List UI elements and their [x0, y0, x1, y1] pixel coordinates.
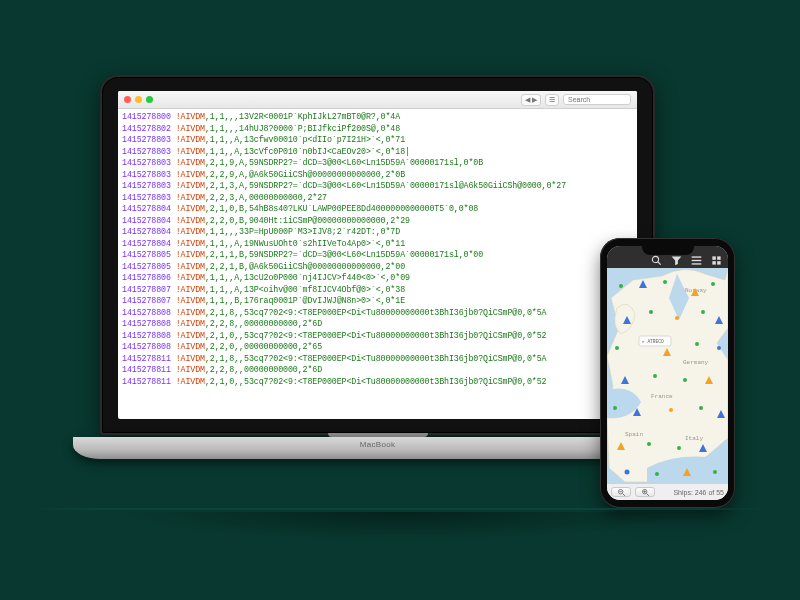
- timestamp: 1415278807: [122, 284, 171, 296]
- list-icon[interactable]: [690, 254, 702, 266]
- editor-line: 1415278811 !AIVDM,2,2,8,,00000000000,2*6…: [122, 364, 633, 376]
- nmea-body: ,1,1,,A,13cVfc0P010`n0bIJ<CaEOv20>`<,0*1…: [205, 146, 410, 158]
- svg-point-33: [699, 406, 703, 410]
- editor-content[interactable]: 1415278800 !AIVDM,1,1,,,13V2R<0001P`KphI…: [118, 109, 637, 419]
- svg-rect-4: [691, 263, 701, 264]
- nmea-body: ,1,1,,,13V2R<0001P`KphIJkL27mBT0@R?,0*4A: [205, 111, 400, 123]
- nmea-body: ,2,1,8,,53cq7?02<9:<T8EP000EP<Di<Tu80000…: [205, 307, 547, 319]
- nmea-tag: !AIVDM: [176, 249, 205, 261]
- nmea-body: ,1,1,,A,13cfwv00010`p<dIIo`p7I21H>`<,0*7…: [205, 134, 405, 146]
- svg-point-39: [625, 470, 630, 475]
- zoom-in-button[interactable]: [635, 487, 655, 497]
- phone-notch: [642, 246, 694, 255]
- nmea-body: ,1,1,,B,176raq0001P`@DvIJWJ@N8n>0>`<,0*1…: [205, 295, 405, 307]
- svg-point-28: [683, 378, 687, 382]
- nmea-body: ,1,1,,A,13cU2o0P000`nj4IJCV>f440<0>`<,0*…: [205, 272, 410, 284]
- nmea-tag: !AIVDM: [176, 226, 205, 238]
- country-label: France: [651, 393, 673, 400]
- svg-point-27: [653, 374, 657, 378]
- nmea-tag: !AIVDM: [176, 123, 205, 135]
- filter-icon[interactable]: [670, 254, 682, 266]
- editor-line: 1415278803 !AIVDM,1,1,,A,13cfwv00010`p<d…: [122, 134, 633, 146]
- zoom-out-button[interactable]: [611, 487, 631, 497]
- nmea-tag: !AIVDM: [176, 376, 205, 388]
- laptop-bezel: ◀ ▶ ☰ 1415278800 !AIVDM,1,1,,,13V2R<0001…: [100, 75, 655, 435]
- timestamp: 1415278808: [122, 318, 171, 330]
- laptop-mockup: ◀ ▶ ☰ 1415278800 !AIVDM,1,1,,,13V2R<0001…: [100, 75, 655, 512]
- editor-line: 1415278811 !AIVDM,2,1,0,,53cq7?02<9:<T8E…: [122, 376, 633, 388]
- svg-point-16: [649, 310, 653, 314]
- shelf-shadow: [120, 512, 680, 540]
- editor-line: 1415278800 !AIVDM,1,1,,,13V2R<0001P`KphI…: [122, 111, 633, 123]
- nav-buttons[interactable]: ◀ ▶: [521, 94, 541, 106]
- timestamp: 1415278811: [122, 364, 171, 376]
- window-minimize-button[interactable]: [135, 96, 142, 103]
- timestamp: 1415278808: [122, 307, 171, 319]
- svg-point-37: [677, 446, 681, 450]
- timestamp: 1415278803: [122, 146, 171, 158]
- svg-line-45: [622, 493, 624, 495]
- layers-button[interactable]: ☰: [545, 94, 559, 106]
- svg-point-0: [652, 256, 658, 262]
- editor-line: 1415278803 !AIVDM,2,2,3,A,00000000000,2*…: [122, 192, 633, 204]
- nmea-tag: !AIVDM: [176, 330, 205, 342]
- nmea-tag: !AIVDM: [176, 353, 205, 365]
- country-label: Spain: [625, 431, 643, 438]
- svg-rect-8: [717, 261, 720, 264]
- search-icon[interactable]: [650, 254, 662, 266]
- nmea-tag: !AIVDM: [176, 111, 205, 123]
- nmea-body: ,2,2,1,B,@A6k50GiiCSh@00000000000000,2*0…: [205, 261, 405, 273]
- map-view[interactable]: Norway Spain France Germany Italy: [607, 268, 728, 484]
- nmea-tag: !AIVDM: [176, 238, 205, 250]
- nmea-body: ,2,2,9,A,@A6k50GiiCSh@00000000000000,2*0…: [205, 169, 405, 181]
- window-zoom-button[interactable]: [146, 96, 153, 103]
- timestamp: 1415278806: [122, 272, 171, 284]
- timestamp: 1415278804: [122, 215, 171, 227]
- timestamp: 1415278805: [122, 249, 171, 261]
- window-close-button[interactable]: [124, 96, 131, 103]
- timestamp: 1415278808: [122, 341, 171, 353]
- nmea-body: ,2,1,8,,53cq7?02<9:<T8EP000EP<Di<Tu80000…: [205, 353, 547, 365]
- nmea-body: ,2,1,9,A,59NSDRP2?=`dCD=3@00<L60<Ln15D59…: [205, 157, 483, 169]
- nmea-tag: !AIVDM: [176, 215, 205, 227]
- nmea-tag: !AIVDM: [176, 192, 205, 204]
- nmea-body: ,1,1,,A,19NWusUOht0`s2hIIVeTo4Ap0>`<,0*1…: [205, 238, 405, 250]
- timestamp: 1415278803: [122, 192, 171, 204]
- editor-line: 1415278808 !AIVDM,2,2,0,,00000000000,2*6…: [122, 341, 633, 353]
- editor-line: 1415278804 !AIVDM,2,1,0,B,54hB8s40?LKU`L…: [122, 203, 633, 215]
- timestamp: 1415278802: [122, 123, 171, 135]
- editor-line: 1415278807 !AIVDM,1,1,,A,13P<oihv@00`mf8…: [122, 284, 633, 296]
- editor-toolbar: ◀ ▶ ☰: [118, 91, 637, 109]
- svg-text:▸ ATRECO: ▸ ATRECO: [642, 339, 664, 344]
- nmea-body: ,2,2,0,,00000000000,2*65: [205, 341, 322, 353]
- shelf-line: [30, 508, 770, 510]
- svg-point-36: [647, 442, 651, 446]
- timestamp: 1415278804: [122, 238, 171, 250]
- nmea-body: ,1,1,,,14hUJ8?0000`P;BIJfkciPf200S@,0*48: [205, 123, 400, 135]
- editor-line: 1415278804 !AIVDM,1,1,,,33P=HpU000P`M3>I…: [122, 226, 633, 238]
- phone-screen: Norway Spain France Germany Italy: [607, 246, 728, 500]
- phone-statusbar: Ships: 246 of 55: [607, 484, 728, 500]
- nmea-tag: !AIVDM: [176, 318, 205, 330]
- svg-rect-6: [717, 256, 720, 259]
- svg-point-40: [655, 472, 659, 476]
- svg-rect-7: [712, 261, 715, 264]
- nmea-body: ,2,1,3,A,59NSDRP2?=`dCD=3@00<L60<Ln15D59…: [205, 180, 566, 192]
- editor-line: 1415278803 !AIVDM,2,1,9,A,59NSDRP2?=`dCD…: [122, 157, 633, 169]
- nmea-tag: !AIVDM: [176, 307, 205, 319]
- timestamp: 1415278803: [122, 134, 171, 146]
- nmea-tag: !AIVDM: [176, 180, 205, 192]
- timestamp: 1415278804: [122, 226, 171, 238]
- nmea-tag: !AIVDM: [176, 295, 205, 307]
- nmea-tag: !AIVDM: [176, 146, 205, 158]
- timestamp: 1415278803: [122, 169, 171, 181]
- editor-line: 1415278805 !AIVDM,2,2,1,B,@A6k50GiiCSh@0…: [122, 261, 633, 273]
- timestamp: 1415278803: [122, 157, 171, 169]
- editor-line: 1415278808 !AIVDM,2,2,8,,00000000000,2*6…: [122, 318, 633, 330]
- svg-point-42: [713, 470, 717, 474]
- editor-line: 1415278807 !AIVDM,1,1,,B,176raq0001P`@Dv…: [122, 295, 633, 307]
- search-input[interactable]: [563, 94, 631, 105]
- timestamp: 1415278811: [122, 353, 171, 365]
- settings-icon[interactable]: [710, 254, 722, 266]
- svg-point-30: [613, 406, 617, 410]
